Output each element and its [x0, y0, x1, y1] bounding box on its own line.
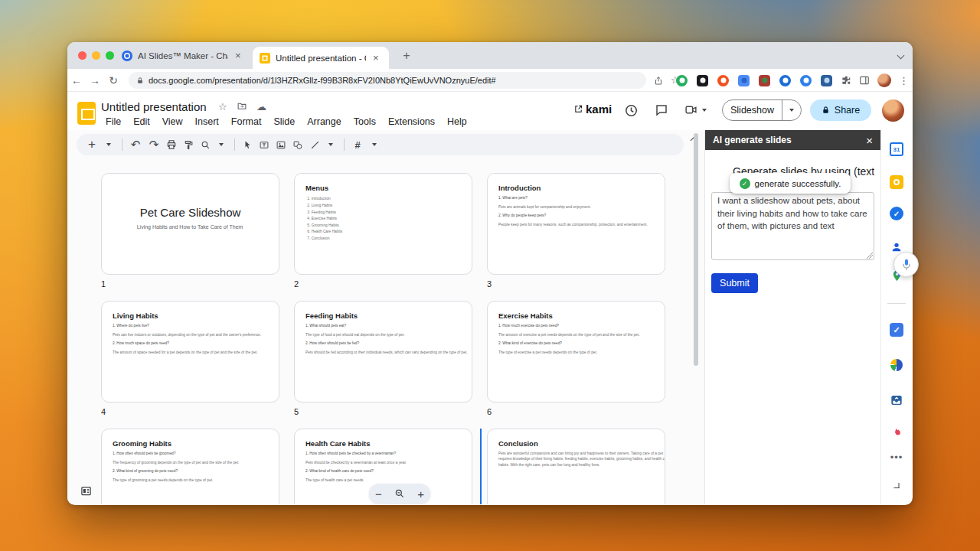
insert-image-tool-icon[interactable] — [273, 136, 289, 153]
slide-title: Menus — [305, 184, 328, 192]
slide-title: Living Habits — [113, 311, 158, 320]
tab-search-chevron-icon[interactable] — [897, 52, 905, 60]
slide-body: 1. What are pets?Pets are animals kept f… — [498, 195, 665, 230]
collapse-panel-chevron-icon[interactable] — [894, 483, 900, 488]
slide-title: Exercise Habits — [498, 311, 553, 320]
slide-title: Conclusion — [498, 439, 538, 448]
microphone-button[interactable] — [893, 252, 919, 277]
slides-toolbar: +↶↷# — [77, 134, 684, 155]
slide-number: 3 — [487, 279, 510, 289]
new-tab-button[interactable]: + — [398, 48, 415, 65]
vertical-scrollbar[interactable] — [694, 133, 698, 366]
forward-button[interactable]: → — [86, 74, 104, 86]
slideshow-dropdown-caret-icon[interactable] — [789, 109, 794, 112]
external-link-icon — [574, 105, 583, 113]
pie-extension-icon[interactable] — [890, 358, 903, 372]
tab-close-icon[interactable]: × — [371, 52, 381, 64]
prompt-textarea[interactable]: I want a slideshow about pets, about the… — [711, 192, 874, 260]
zoom-out-button[interactable]: − — [375, 487, 382, 500]
slide-subtitle: Living Habits and How to Take Care of Th… — [137, 224, 243, 230]
tab-active-1[interactable]: Untitled presentation - Google× — [253, 47, 389, 69]
toast-message: generate successfully. — [755, 179, 841, 188]
inbox-extension-icon[interactable] — [890, 393, 903, 407]
extension-orange[interactable] — [717, 75, 729, 86]
close-window-button[interactable] — [78, 51, 87, 60]
share-page-icon[interactable] — [654, 76, 663, 86]
side-panel-icon[interactable] — [859, 75, 870, 86]
comments-icon[interactable] — [655, 103, 668, 117]
extension-red-green[interactable] — [759, 75, 770, 86]
more-addons-icon[interactable]: ••• — [881, 452, 912, 463]
extension-green-circle[interactable] — [676, 75, 688, 86]
close-icon[interactable]: × — [866, 135, 873, 146]
slide-number: 6 — [487, 407, 510, 416]
minimize-window-button[interactable] — [92, 51, 100, 60]
browser-menu-kebab-icon[interactable]: ⋮ — [899, 75, 909, 86]
account-avatar[interactable] — [882, 99, 904, 122]
slide-thumbnail-1[interactable]: Pet Care SlideshowLiving Habits and How … — [101, 173, 279, 275]
toolbar-separator — [234, 139, 235, 151]
slide-thumbnail-2[interactable]: MenusIntroductionLiving HabitsFeeding Ha… — [294, 173, 472, 275]
slide-thumbnail-3[interactable]: Introduction1. What are pets?Pets are an… — [487, 173, 665, 275]
grid-view-toggle-icon[interactable] — [80, 485, 93, 497]
print-button-icon[interactable] — [164, 136, 179, 153]
slide-thumbnail-6[interactable]: Exercise Habits1. How much exercise do p… — [487, 301, 665, 403]
slide-thumbnail-9[interactable]: ConclusionPets are wonderful companions … — [487, 429, 665, 504]
version-history-icon[interactable] — [624, 103, 639, 118]
tasks-extension-icon[interactable]: ✓ — [890, 323, 903, 337]
slide-thumbnail-7[interactable]: Grooming Habits1. How often should pets … — [101, 429, 279, 504]
zoom-in-button[interactable]: + — [417, 487, 424, 500]
slide-body: 1. How often should pets be groomed?The … — [113, 451, 279, 486]
address-bar[interactable]: docs.google.com/presentation/d/1l3HZRxGl… — [129, 72, 646, 89]
slide-title: Feeding Habits — [305, 311, 358, 320]
tasks-icon[interactable]: ✓ — [890, 207, 903, 220]
line-dropdown-caret-icon[interactable] — [324, 136, 339, 153]
zoom-magnifier-icon[interactable] — [394, 488, 405, 499]
text-box-tool-icon[interactable] — [256, 136, 272, 153]
share-button[interactable]: Share — [810, 99, 871, 121]
microphone-icon — [900, 258, 913, 272]
kami-extension-button[interactable]: kami — [574, 103, 612, 116]
shape-tool-icon[interactable] — [290, 136, 305, 153]
textarea-resize-handle[interactable] — [867, 253, 873, 259]
slide-number: 1 — [101, 279, 124, 289]
ai-panel-header: AI generate slides × — [705, 130, 880, 150]
flame-extension-icon[interactable] — [890, 425, 903, 439]
extension-navy[interactable] — [821, 75, 832, 86]
slide-thumbnail-4[interactable]: Living Habits1. Where do pets live?Pets … — [101, 301, 279, 403]
extension-blue-arrow[interactable] — [800, 75, 812, 86]
line-tool-icon[interactable] — [307, 136, 322, 153]
select-tool-icon[interactable] — [240, 136, 255, 153]
meet-dropdown-caret-icon[interactable] — [702, 109, 707, 112]
slideshow-button[interactable]: Slideshow — [722, 99, 802, 121]
submit-button[interactable]: Submit — [711, 273, 758, 293]
tab-close-icon[interactable]: × — [234, 50, 243, 61]
input-method-dropdown-caret-icon[interactable] — [368, 136, 383, 153]
grid-insertion-cursor — [480, 429, 482, 504]
undo-button-icon[interactable]: ↶ — [127, 136, 144, 153]
slides-favicon — [260, 53, 270, 64]
zoom-window-button[interactable] — [106, 51, 114, 60]
paint-format-button-icon[interactable] — [181, 136, 196, 153]
extension-blue-translate[interactable] — [738, 75, 750, 86]
chatgpt-favicon — [122, 51, 132, 61]
slides-main-area: +↶↷# Pet Care SlideshowLiving Habits and… — [67, 130, 704, 504]
browser-profile-avatar[interactable] — [877, 73, 891, 87]
tab-inactive-0[interactable]: AI Slides™ Maker - ChatGPT w× — [115, 42, 251, 69]
zoom-dropdown-caret-icon[interactable] — [214, 136, 230, 153]
new-slide-dropdown-caret-icon[interactable] — [102, 136, 117, 153]
extension-blue-swirl[interactable] — [779, 75, 791, 86]
slide-title: Grooming Habits — [113, 439, 172, 448]
slide-thumbnail-5[interactable]: Feeding Habits1. What should pets eat?Th… — [294, 301, 472, 403]
keep-icon[interactable] — [890, 175, 903, 189]
back-button[interactable]: ← — [67, 74, 86, 86]
zoom-button-icon[interactable] — [198, 136, 213, 153]
meet-camera-icon[interactable] — [684, 103, 698, 116]
input-method-indicator-icon[interactable]: # — [349, 136, 366, 153]
redo-button-icon[interactable]: ↷ — [145, 136, 162, 153]
extension-camera[interactable] — [697, 75, 708, 86]
puzzle-extensions-icon[interactable] — [841, 75, 851, 86]
new-slide-button-icon[interactable]: + — [83, 136, 100, 153]
reload-button[interactable]: ↻ — [104, 74, 122, 86]
calendar-icon[interactable]: 31 — [890, 142, 903, 156]
